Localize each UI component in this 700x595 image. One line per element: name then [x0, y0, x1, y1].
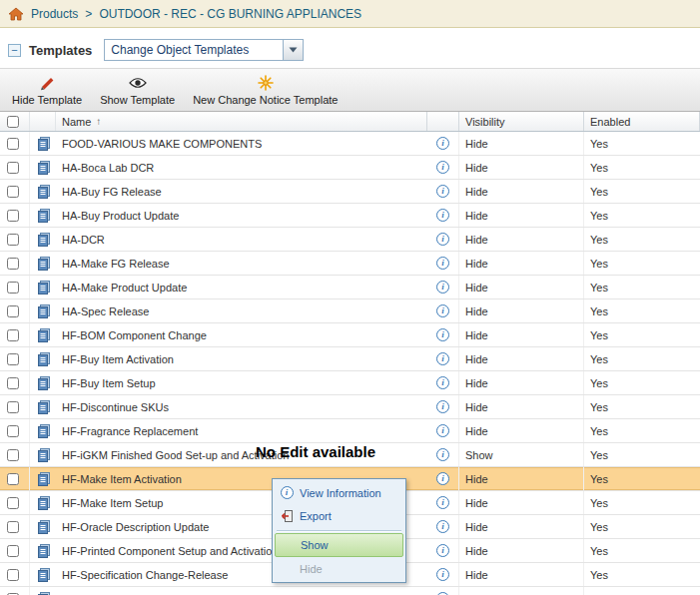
row-checkbox[interactable] — [7, 329, 19, 341]
row-checkbox[interactable] — [7, 497, 19, 509]
info-icon[interactable]: i — [436, 304, 449, 317]
enabled-value: Yes — [584, 395, 700, 418]
info-icon[interactable]: i — [436, 352, 449, 365]
select-all-checkbox[interactable] — [7, 116, 19, 128]
table-row[interactable]: HA-Buy Product Update i Hide Yes — [0, 204, 700, 228]
row-checkbox[interactable] — [7, 138, 19, 150]
enabled-value: Yes — [584, 252, 700, 275]
row-checkbox-cell — [0, 252, 30, 275]
home-icon[interactable] — [8, 7, 24, 21]
info-icon[interactable]: i — [436, 185, 449, 198]
column-header-visibility[interactable]: Visibility — [459, 112, 584, 131]
row-checkbox[interactable] — [7, 545, 19, 557]
row-checkbox[interactable] — [7, 569, 19, 581]
change-template-icon — [36, 208, 52, 224]
table-row[interactable]: HF-Buy Item Activation i Hide Yes — [0, 347, 700, 371]
column-header-enabled[interactable]: Enabled — [584, 112, 700, 131]
column-header-name[interactable]: Name ↑ — [56, 112, 427, 131]
row-checkbox[interactable] — [7, 186, 19, 198]
template-name[interactable]: HA-Buy Product Update — [56, 204, 427, 227]
breadcrumb-separator: > — [85, 7, 92, 21]
row-checkbox[interactable] — [7, 234, 19, 246]
info-icon[interactable]: i — [436, 400, 449, 413]
template-name[interactable]: HA-Buy FG Release — [56, 180, 427, 203]
template-name[interactable]: HA-Spec Release — [56, 299, 427, 322]
template-name[interactable]: FOOD-VARIOUS MAKE COMPONENTS — [56, 132, 427, 155]
table-row[interactable]: HA-Buy FG Release i Hide Yes — [0, 180, 700, 204]
row-checkbox[interactable] — [7, 305, 19, 317]
table-row[interactable]: HF-Discontinue SKUs i Hide Yes — [0, 395, 700, 419]
info-icon[interactable]: i — [436, 233, 449, 246]
row-checkbox[interactable] — [7, 282, 19, 294]
info-icon[interactable]: i — [436, 424, 449, 437]
dropdown-arrow-icon[interactable] — [284, 39, 304, 61]
table-row[interactable]: FOOD-VARIOUS MAKE COMPONENTS i Hide Yes — [0, 132, 700, 156]
row-checkbox[interactable] — [7, 377, 19, 389]
template-type-dropdown[interactable]: Change Object Templates — [104, 39, 304, 61]
template-name[interactable]: HA-DCR — [56, 228, 427, 251]
visibility-value: Hide — [459, 587, 584, 595]
info-icon[interactable]: i — [436, 472, 449, 485]
menu-item-export[interactable]: Export — [275, 504, 403, 527]
info-icon[interactable]: i — [436, 328, 449, 341]
visibility-value: Hide — [459, 515, 584, 538]
collapse-icon[interactable]: − — [8, 44, 21, 57]
table-row[interactable]: HF-Buy Item Setup i Hide Yes — [0, 371, 700, 395]
row-checkbox[interactable] — [7, 473, 19, 485]
row-icon-cell — [30, 180, 56, 203]
enabled-value: Yes — [584, 228, 700, 251]
template-name[interactable]: HF-BOM Component Change — [56, 323, 427, 346]
hide-template-button[interactable]: Hide Template — [3, 72, 91, 109]
template-name[interactable]: HA-Make Product Update — [56, 276, 427, 298]
row-checkbox[interactable] — [7, 449, 19, 461]
breadcrumb-link-products[interactable]: Products — [31, 7, 78, 21]
template-name-label: HF-Oracle Description Update — [62, 521, 209, 533]
template-name[interactable]: HF-Discontinue SKUs — [56, 395, 427, 418]
menu-item-show[interactable]: Show — [275, 533, 403, 557]
template-name[interactable]: HF-WAX MIX Activation — [56, 587, 427, 595]
row-checkbox[interactable] — [7, 210, 19, 222]
template-name[interactable]: HA-Make FG Release — [56, 252, 427, 275]
template-name[interactable]: HF-Buy Item Activation — [56, 347, 427, 370]
info-icon[interactable]: i — [436, 137, 449, 150]
info-icon[interactable]: i — [436, 448, 449, 461]
template-name[interactable]: HF-Fragrance Replacement — [56, 419, 427, 442]
menu-item-label: View Information — [300, 487, 381, 499]
template-name[interactable]: HA-Boca Lab DCR — [56, 156, 427, 179]
table-row[interactable]: HA-Make Product Update i Hide Yes — [0, 276, 700, 299]
info-icon[interactable]: i — [436, 161, 449, 174]
info-icon[interactable]: i — [436, 496, 449, 509]
new-change-notice-template-button[interactable]: New Change Notice Template — [184, 72, 347, 109]
new-change-notice-template-icon — [258, 75, 274, 91]
row-checkbox-cell — [0, 539, 30, 562]
row-checkbox[interactable] — [7, 162, 19, 174]
info-icon[interactable]: i — [436, 544, 449, 557]
row-checkbox[interactable] — [7, 521, 19, 533]
visibility-value: Hide — [459, 323, 584, 346]
menu-item-hide[interactable]: Hide — [275, 557, 403, 580]
table-row[interactable]: HA-Boca Lab DCR i Hide Yes — [0, 156, 700, 180]
row-checkbox[interactable] — [7, 401, 19, 413]
info-icon[interactable]: i — [436, 209, 449, 222]
change-template-icon — [36, 136, 52, 152]
enabled-value: Yes — [584, 132, 700, 155]
visibility-value: Hide — [459, 276, 584, 298]
menu-item-view-information[interactable]: i View Information — [275, 481, 403, 504]
info-icon[interactable]: i — [436, 376, 449, 389]
table-row[interactable]: HF-Fragrance Replacement i Hide Yes — [0, 419, 700, 443]
template-name[interactable]: HF-Buy Item Setup — [56, 371, 427, 394]
info-icon[interactable]: i — [436, 520, 449, 533]
info-icon[interactable]: i — [436, 281, 449, 294]
row-info-cell: i — [427, 419, 459, 442]
info-icon[interactable]: i — [436, 257, 449, 270]
table-row[interactable]: HF-WAX MIX Activation i Hide Yes — [0, 587, 700, 595]
table-row[interactable]: HA-DCR i Hide Yes — [0, 228, 700, 252]
row-checkbox[interactable] — [7, 425, 19, 437]
table-row[interactable]: HA-Spec Release i Hide Yes — [0, 299, 700, 323]
info-icon[interactable]: i — [436, 568, 449, 581]
table-row[interactable]: HA-Make FG Release i Hide Yes — [0, 252, 700, 276]
show-template-button[interactable]: Show Template — [91, 72, 184, 109]
table-row[interactable]: HF-BOM Component Change i Hide Yes — [0, 323, 700, 347]
row-checkbox[interactable] — [7, 258, 19, 270]
row-checkbox[interactable] — [7, 353, 19, 365]
